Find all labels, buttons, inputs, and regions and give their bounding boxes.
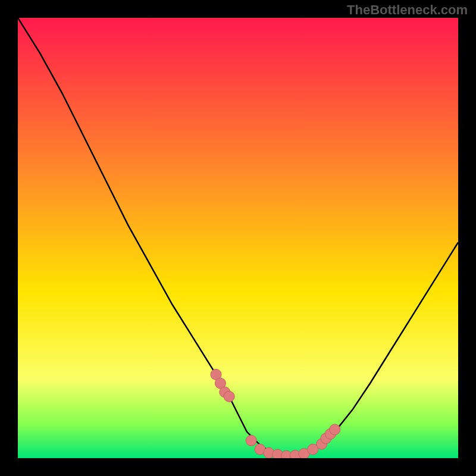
gradient-background xyxy=(18,18,458,458)
data-marker xyxy=(330,424,340,435)
watermark-text: TheBottleneck.com xyxy=(347,2,468,18)
chart-svg xyxy=(18,18,458,458)
data-marker xyxy=(246,435,256,446)
data-marker xyxy=(224,391,234,402)
chart-plot-area xyxy=(18,18,458,458)
